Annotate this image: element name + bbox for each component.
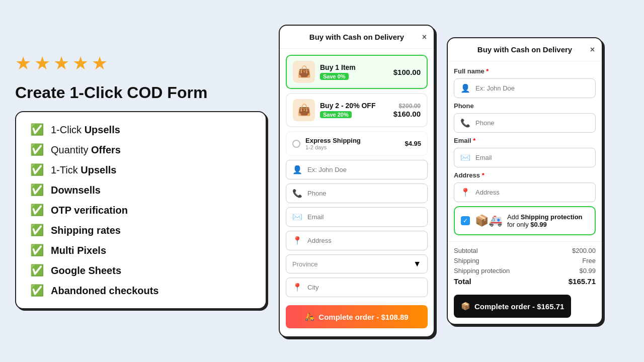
feature-otp: ✅ OTP verification <box>30 204 252 217</box>
modal2-email-field[interactable]: ✉️ <box>454 148 596 167</box>
modal2-person-icon: 👤 <box>460 83 470 93</box>
shipping-info: Express Shipping 1-2 days <box>305 137 399 150</box>
protection-box[interactable]: ✓ 📦🚑 Add Shipping protectionfor only $0.… <box>454 206 596 235</box>
star-2: ★ <box>34 53 50 74</box>
qty-title-1: Buy 1 Item <box>320 63 388 71</box>
total-row: Total $165.71 <box>454 277 596 286</box>
modal-cod-1: Buy with Cash on Delivery × 👜 Buy 1 Item… <box>279 25 435 337</box>
modal2-phone-icon: 📞 <box>460 118 470 128</box>
city-location-icon: 📍 <box>292 283 302 292</box>
subtotal-label: Subtotal <box>454 247 478 254</box>
subtotal-value: $200.00 <box>572 247 596 254</box>
modal1-title: Buy with Cash on Delivery <box>309 33 404 41</box>
modal2-email-group: Email * ✉️ <box>454 137 596 167</box>
modal2-name-input[interactable] <box>475 84 589 92</box>
location-icon: 📍 <box>292 236 302 245</box>
delivery-icon: 🛵 <box>305 312 314 321</box>
check-icon-8: ✅ <box>30 264 44 277</box>
person-icon: 👤 <box>292 165 302 174</box>
feature-shipping: ✅ Shipping rates <box>30 224 252 237</box>
modal1-province-select[interactable]: Province <box>292 260 408 268</box>
check-icon-5: ✅ <box>30 204 44 217</box>
box-icon: 📦 <box>461 302 470 311</box>
modal2-phone-field[interactable]: 📞 <box>454 113 596 133</box>
star-rating: ★ ★ ★ ★ ★ <box>15 53 267 74</box>
modal2-address-field[interactable]: 📍 <box>454 183 596 202</box>
qty-option-1[interactable]: 👜 Buy 1 Item Save 0% $100.00 <box>286 55 428 89</box>
shipping-title: Express Shipping <box>305 137 399 144</box>
feature-downsells: ✅ Downsells <box>30 184 252 197</box>
qty-badge-2: Save 20% <box>320 111 352 118</box>
modal2-address-label: Address * <box>454 171 596 179</box>
qty-price-2: $200.00 $160.00 <box>393 103 421 118</box>
modal2-name-label: Full name * <box>454 67 596 75</box>
qty-option-2[interactable]: 👜 Buy 2 - 20% OFF Save 20% $200.00 $160.… <box>286 93 428 127</box>
modal2-name-field[interactable]: 👤 <box>454 78 596 98</box>
modal2-phone-input[interactable] <box>475 119 589 127</box>
modal2-complete-button[interactable]: 📦 Complete order - $165.71 <box>454 295 571 318</box>
modal1-complete-label: Complete order - $108.89 <box>318 313 408 321</box>
shipping-label: Shipping <box>454 257 479 264</box>
protection-value: $0.99 <box>579 267 596 275</box>
modal1-phone-field[interactable]: 📞 <box>286 184 428 203</box>
modal1-city-input[interactable] <box>307 284 421 291</box>
modal1-phone-input[interactable] <box>307 190 421 197</box>
modal1-name-input[interactable] <box>307 166 421 173</box>
page-title: Create 1-Click COD Form <box>15 83 267 102</box>
product-img-2: 👜 <box>293 99 315 121</box>
modal2-btn-container: 📦 Complete order - $165.71 <box>448 291 602 324</box>
feature-sheets: ✅ Google Sheets <box>30 264 252 277</box>
qty-badge-1: Save 0% <box>320 73 349 80</box>
modal1-close-button[interactable]: × <box>422 33 427 41</box>
check-icon-1: ✅ <box>30 123 44 136</box>
modal2-name-group: Full name * 👤 <box>454 67 596 98</box>
modal1-address-field[interactable]: 📍 <box>286 231 428 250</box>
shipping-option[interactable]: Express Shipping 1-2 days $4.95 <box>286 131 428 156</box>
modal1-email-field[interactable]: ✉️ <box>286 207 428 227</box>
protection-label: Shipping protection <box>454 267 510 275</box>
modal2-close-button[interactable]: × <box>590 46 595 54</box>
star-1: ★ <box>15 53 31 74</box>
modal2-body: Full name * 👤 Phone 📞 Email * ✉️ Address… <box>448 61 602 241</box>
order-summary: Subtotal $200.00 Shipping Free Shipping … <box>448 241 602 291</box>
product-img-1: 👜 <box>293 61 315 83</box>
modal2-email-label: Email * <box>454 137 596 144</box>
star-5: ★ <box>92 53 108 74</box>
shipping-sub: 1-2 days <box>305 144 399 150</box>
subtotal-row: Subtotal $200.00 <box>454 247 596 254</box>
modal1-name-field[interactable]: 👤 <box>286 160 428 179</box>
modal2-email-icon: ✉️ <box>460 153 470 162</box>
modal1-address-input[interactable] <box>307 237 421 244</box>
modal2-address-input[interactable] <box>475 189 589 196</box>
old-price-2: $200.00 <box>393 103 421 110</box>
features-box: ✅ 1-Click Upsells ✅ Quantity Offers ✅ 1-… <box>15 111 267 309</box>
modal2-email-input[interactable] <box>475 154 589 161</box>
modal1-header: Buy with Cash on Delivery × <box>280 26 434 49</box>
modal2-title: Buy with Cash on Delivery <box>477 45 572 54</box>
required-marker-address: * <box>482 171 485 179</box>
shipping-value: Free <box>582 257 596 264</box>
qty-info-1: Buy 1 Item Save 0% <box>320 63 388 80</box>
check-icon-9: ✅ <box>30 284 44 297</box>
feature-quantity-offers: ✅ Quantity Offers <box>30 143 252 156</box>
check-icon-7: ✅ <box>30 244 44 257</box>
left-section: ★ ★ ★ ★ ★ Create 1-Click COD Form ✅ 1-Cl… <box>15 53 267 309</box>
feature-pixels: ✅ Multi Pixels <box>30 244 252 257</box>
check-icon-6: ✅ <box>30 224 44 237</box>
protection-checkbox[interactable]: ✓ <box>461 216 470 225</box>
modal1-complete-button[interactable]: 🛵 Complete order - $108.89 <box>286 305 428 328</box>
total-label: Total <box>454 277 471 286</box>
modal1-email-input[interactable] <box>307 213 421 221</box>
chevron-down-icon: ▼ <box>413 259 421 268</box>
qty-price-1: $100.00 <box>393 68 421 76</box>
modal1-city-field[interactable]: 📍 <box>286 278 428 297</box>
protection-row: Shipping protection $0.99 <box>454 267 596 275</box>
modal2-phone-label: Phone <box>454 102 596 110</box>
modal1-province-field[interactable]: Province ▼ <box>286 254 428 274</box>
modal2-complete-label: Complete order - $165.71 <box>474 302 564 311</box>
protection-icons: 📦🚑 <box>475 214 502 227</box>
shipping-radio[interactable] <box>292 140 300 148</box>
star-4: ★ <box>72 53 89 74</box>
protection-text: Add Shipping protectionfor only $0.99 <box>507 213 583 228</box>
shipping-row-summary: Shipping Free <box>454 257 596 264</box>
